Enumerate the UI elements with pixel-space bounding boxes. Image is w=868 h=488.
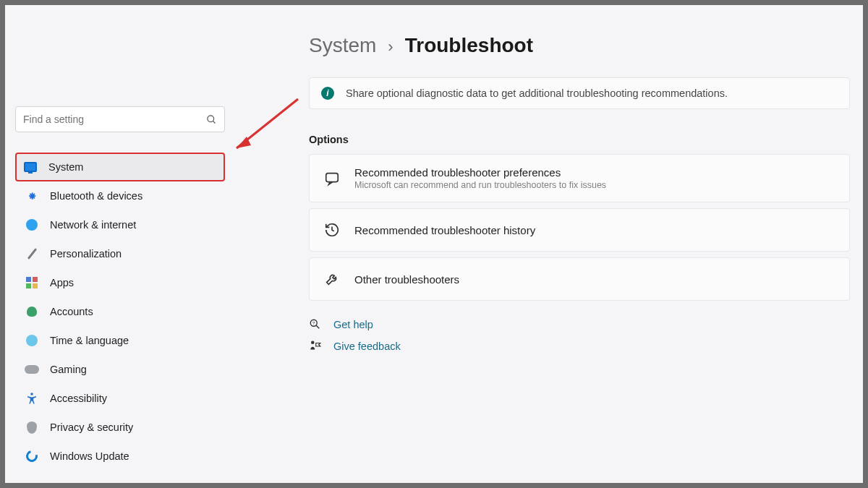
- gamepad-icon: [24, 361, 40, 377]
- help-links: ? Get help Give feedback: [309, 318, 850, 353]
- help-icon: ?: [309, 318, 323, 331]
- sidebar-nav: System ⁕ Bluetooth & devices Network & i…: [15, 153, 225, 471]
- apps-icon: [24, 275, 40, 291]
- sidebar-item-windows-update[interactable]: Windows Update: [15, 442, 225, 471]
- person-icon: [24, 304, 40, 320]
- sidebar-item-bluetooth[interactable]: ⁕ Bluetooth & devices: [15, 181, 225, 210]
- settings-window: System ⁕ Bluetooth & devices Network & i…: [5, 5, 863, 483]
- sidebar-item-label: Personalization: [50, 248, 122, 260]
- svg-point-0: [208, 115, 214, 121]
- sidebar-item-privacy[interactable]: Privacy & security: [15, 413, 225, 442]
- help-link-label: Give feedback: [333, 341, 401, 352]
- sidebar-item-label: Bluetooth & devices: [50, 190, 142, 202]
- sidebar-item-label: Accessibility: [50, 393, 107, 404]
- svg-line-1: [213, 121, 215, 123]
- card-subtitle: Microsoft can recommend and run troubles…: [354, 180, 836, 190]
- card-body: Recommended troubleshooter history: [354, 224, 836, 236]
- sidebar-item-label: Apps: [50, 277, 74, 288]
- sidebar-item-label: Network & internet: [50, 219, 136, 231]
- section-label: Options: [309, 134, 850, 145]
- brush-icon: [24, 246, 40, 262]
- annotation-arrow: [222, 92, 309, 167]
- chevron-right-icon: ›: [388, 38, 393, 56]
- search-icon: [206, 114, 217, 125]
- svg-marker-8: [237, 137, 251, 148]
- card-other-troubleshooters[interactable]: Other troubleshooters: [309, 257, 850, 301]
- globe-clock-icon: [24, 333, 40, 348]
- card-body: Recommended troubleshooter preferences M…: [354, 166, 836, 190]
- svg-point-6: [311, 341, 315, 345]
- sidebar-item-accounts[interactable]: Accounts: [15, 297, 225, 326]
- help-link-label: Get help: [333, 319, 373, 330]
- wrench-icon: [323, 270, 341, 288]
- bluetooth-icon: ⁕: [24, 188, 40, 204]
- sidebar-item-label: Accounts: [50, 306, 93, 317]
- shield-icon: [24, 419, 40, 435]
- sidebar-item-label: Windows Update: [50, 450, 129, 462]
- info-icon: i: [321, 87, 334, 100]
- sidebar-item-personalization[interactable]: Personalization: [15, 239, 225, 268]
- card-title: Other troubleshooters: [354, 273, 836, 286]
- wifi-icon: [24, 217, 40, 233]
- card-recommended-history[interactable]: Recommended troubleshooter history: [309, 208, 850, 252]
- info-banner[interactable]: i Share optional diagnostic data to get …: [309, 77, 850, 109]
- update-icon: [24, 448, 40, 464]
- accessibility-icon: [24, 390, 40, 406]
- breadcrumb: System › Troubleshoot: [309, 34, 850, 57]
- monitor-icon: [22, 159, 38, 175]
- sidebar-item-gaming[interactable]: Gaming: [15, 355, 225, 384]
- breadcrumb-parent[interactable]: System: [309, 34, 376, 57]
- sidebar: System ⁕ Bluetooth & devices Network & i…: [15, 106, 225, 471]
- svg-line-7: [237, 99, 298, 148]
- link-get-help[interactable]: ? Get help: [309, 318, 850, 331]
- card-title: Recommended troubleshooter history: [354, 224, 836, 236]
- sidebar-item-label: System: [48, 161, 83, 173]
- search-input[interactable]: [23, 114, 206, 125]
- history-icon: [323, 221, 341, 239]
- svg-text:?: ?: [312, 321, 315, 325]
- page-title: Troubleshoot: [405, 34, 533, 57]
- search-box[interactable]: [15, 106, 225, 132]
- card-recommended-preferences[interactable]: Recommended troubleshooter preferences M…: [309, 154, 850, 202]
- link-give-feedback[interactable]: Give feedback: [309, 340, 850, 353]
- card-body: Other troubleshooters: [354, 273, 836, 286]
- card-title: Recommended troubleshooter preferences: [354, 166, 836, 179]
- sidebar-item-time-language[interactable]: Time & language: [15, 326, 225, 355]
- sidebar-item-system[interactable]: System: [15, 153, 225, 181]
- svg-rect-3: [326, 173, 339, 181]
- sidebar-item-network[interactable]: Network & internet: [15, 210, 225, 239]
- feedback-icon: [309, 340, 323, 353]
- banner-text: Share optional diagnostic data to get ad…: [346, 87, 728, 99]
- main-content: System › Troubleshoot i Share optional d…: [309, 34, 863, 361]
- sidebar-item-label: Privacy & security: [50, 421, 133, 433]
- sidebar-item-label: Gaming: [50, 364, 87, 375]
- sidebar-item-accessibility[interactable]: Accessibility: [15, 384, 225, 413]
- sidebar-item-label: Time & language: [50, 335, 129, 346]
- svg-point-2: [30, 393, 33, 395]
- sidebar-item-apps[interactable]: Apps: [15, 268, 225, 297]
- chat-icon: [323, 169, 341, 188]
